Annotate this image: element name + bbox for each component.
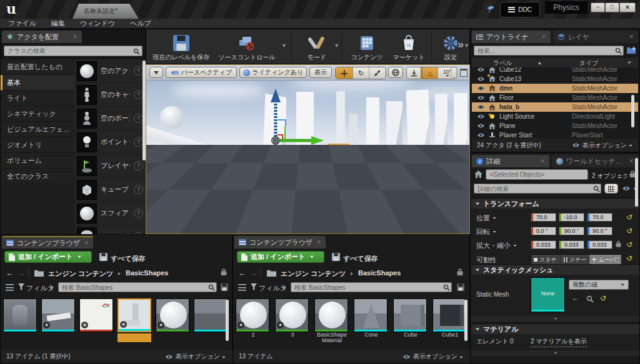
use-selected-icon[interactable]: ←	[571, 293, 579, 303]
save-all-button[interactable]: すべて保存	[343, 254, 378, 263]
scale-lock-icon[interactable]	[616, 240, 621, 247]
actor-item-cube[interactable]: キューブ ?	[74, 178, 146, 202]
forward-icon[interactable]: →	[249, 268, 258, 278]
details-scrollbar[interactable]	[635, 158, 638, 207]
reset-icon[interactable]: ↺	[626, 214, 632, 221]
rotate-tool-button[interactable]: ↻	[352, 67, 369, 79]
asset-item[interactable]: ★ 2	[236, 298, 271, 347]
scale-x-field[interactable]: 0.033	[531, 240, 556, 249]
display-filter-eye-icon[interactable]	[622, 185, 631, 192]
asset-thumbnail[interactable]: ★	[79, 298, 113, 332]
menu-window[interactable]: ウィンドウ	[80, 19, 115, 28]
back-icon[interactable]: ←	[238, 268, 246, 278]
outliner-scrollbar[interactable]	[631, 95, 634, 127]
save-search-icon[interactable]	[221, 283, 228, 291]
outliner-row[interactable]: Floor StaticMeshActor	[472, 93, 638, 102]
asset-search-input[interactable]	[291, 282, 452, 292]
feedback-icon[interactable]: ?	[158, 216, 168, 226]
category-recent[interactable]: 最近配置したもの	[1, 59, 74, 75]
add-import-button[interactable]: 追加 / インポート	[4, 251, 92, 263]
visibility-eye-icon[interactable]	[477, 76, 485, 82]
asset-item[interactable]: Cube	[393, 298, 428, 347]
actor-item-empty-pawn[interactable]: 空のポーン ?	[74, 107, 146, 130]
perspective-button[interactable]: パースペクティブ	[166, 67, 237, 78]
asset-item[interactable]: BasicShape Material	[314, 298, 349, 347]
rotation-label[interactable]: 回転	[476, 227, 497, 237]
category-lights[interactable]: ライト	[1, 91, 74, 106]
outliner-row[interactable]: Plane StaticMeshActor	[472, 121, 638, 130]
breadcrumb-leaf[interactable]: BasicShapes	[358, 269, 401, 277]
menu-help[interactable]: ヘルプ	[130, 19, 151, 28]
content-scrollbar[interactable]	[226, 300, 229, 341]
reset-icon[interactable]: ↺	[626, 227, 632, 235]
location-z-field[interactable]: 70.0	[587, 213, 612, 222]
asset-thumbnail[interactable]: ★	[156, 298, 189, 332]
save-search-icon[interactable]	[457, 283, 464, 291]
outliner-tab[interactable]: アウトライナ ✕	[472, 31, 551, 43]
breadcrumb-root[interactable]: エンジン コンテンツ	[281, 269, 346, 278]
maximize-button[interactable]: □	[605, 2, 619, 12]
lock-icon[interactable]	[457, 268, 463, 276]
category-visual-effects[interactable]: ビジュアルエフェクト	[1, 122, 74, 137]
actor-item-player-start[interactable]: プレイヤースタート ?	[74, 154, 146, 178]
selected-objects-dropdown[interactable]: <Selected Objects>	[486, 169, 588, 180]
location-label[interactable]: 位置	[476, 214, 497, 223]
dropdown-arrow-icon[interactable]: ▾	[282, 42, 286, 49]
details-tab[interactable]: i 詳細 ✕	[472, 155, 549, 167]
forward-icon[interactable]: →	[17, 268, 25, 278]
close-icon[interactable]: ✕	[541, 34, 546, 40]
details-search-input[interactable]	[474, 184, 601, 194]
document-tab[interactable]: 名称未設定*	[72, 4, 139, 19]
reset-icon[interactable]: ↺	[626, 255, 632, 262]
breadcrumb-leaf[interactable]: BasicShapes	[126, 269, 168, 277]
minimize-button[interactable]: −	[591, 2, 605, 12]
sources-panel-icon[interactable]	[238, 284, 246, 291]
visibility-eye-icon[interactable]	[477, 123, 485, 129]
viewport-3d-view[interactable]: Y ? パースペクティブ ライティングあり 表示 ↻	[146, 65, 469, 234]
world-settings-tab[interactable]: ワールドセッティング ✕	[552, 155, 638, 167]
category-volumes[interactable]: ボリューム	[1, 153, 74, 169]
content-browser-tab[interactable]: コンテンツブラウザ ✕	[2, 236, 93, 248]
visibility-eye-icon[interactable]	[477, 114, 485, 119]
close-icon[interactable]: ✕	[629, 158, 634, 164]
transform-section-header[interactable]: トランスフォーム	[471, 198, 639, 209]
view-options-button[interactable]: 表示オプション	[413, 352, 458, 361]
close-icon[interactable]: ✕	[316, 239, 321, 245]
scale-snap-button[interactable]	[451, 67, 458, 78]
dropdown-arrow-icon[interactable]: ▾	[335, 42, 338, 49]
scale-tool-button[interactable]	[369, 67, 385, 79]
menu-file[interactable]: ファイル	[8, 19, 36, 28]
visibility-eye-icon[interactable]	[477, 132, 485, 137]
modes-button[interactable]: モード	[296, 29, 338, 64]
asset-thumbnail-selected[interactable]: ★	[118, 298, 151, 332]
outliner-row[interactable]: Cube13 StaticMeshActor	[472, 74, 638, 84]
scale-z-field[interactable]: 0.033	[587, 240, 612, 249]
close-icon[interactable]: ✕	[629, 34, 634, 40]
location-y-field[interactable]: -10.0	[559, 213, 584, 222]
scale-label[interactable]: 拡大・縮小	[476, 241, 518, 250]
close-icon[interactable]: ✕	[72, 34, 78, 40]
section-expander[interactable]	[471, 350, 639, 356]
outliner-row-selected[interactable]: hata_b StaticMeshActor	[472, 102, 638, 112]
outliner-search-input[interactable]	[474, 46, 624, 56]
static-mesh-value-dropdown[interactable]: 複数の値	[569, 280, 629, 290]
asset-thumbnail[interactable]	[194, 298, 228, 332]
rotation-z-field[interactable]: 90.0 °	[587, 227, 612, 235]
mobility-static-button[interactable]: スタティック	[531, 255, 560, 265]
place-actors-tab[interactable]: アクタを配置 ✕	[2, 31, 82, 43]
asset-search-input[interactable]	[58, 282, 217, 292]
visibility-eye-icon[interactable]	[477, 67, 485, 72]
filter-icon[interactable]	[628, 62, 631, 64]
actor-item-point-light[interactable]: ポイントライト ?	[74, 130, 146, 154]
lock-icon[interactable]	[221, 268, 227, 276]
view-options-button[interactable]: 表示オプション	[582, 141, 627, 150]
toolbar-overflow-icon[interactable]: »	[458, 38, 464, 51]
actor-item-empty-actor[interactable]: 空のアクタ ?	[74, 59, 146, 83]
world-local-toggle-button[interactable]	[388, 67, 403, 78]
lit-mode-button[interactable]: ライティングあり	[239, 67, 307, 78]
save-level-button[interactable]: 現在のレベルを保存	[152, 29, 210, 64]
visibility-eye-icon[interactable]	[477, 95, 485, 101]
rotation-x-field[interactable]: 0.0 °	[531, 227, 556, 235]
category-all-classes[interactable]: 全てのクラス	[1, 169, 74, 184]
close-icon[interactable]: ✕	[84, 240, 89, 246]
